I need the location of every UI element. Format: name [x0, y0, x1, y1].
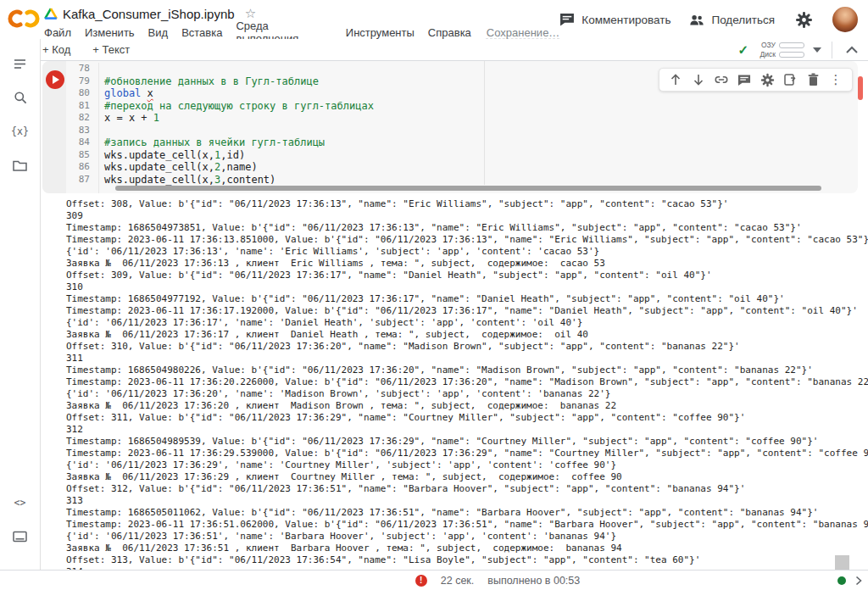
add-text-button[interactable]: + Текст	[92, 43, 130, 56]
comment-button[interactable]: Комментировать	[559, 13, 670, 26]
line-number: 86	[66, 161, 90, 174]
output-line: Timestamp: 1686504973851, Value: b'{"id"…	[66, 222, 868, 234]
output-line: Timestamp: 1686505011062, Value: b'{"id"…	[66, 507, 868, 519]
colab-notebook: Kafka_Consumer_iShop.ipynb ☆ Файл Измени…	[0, 0, 868, 590]
notebook-toolbar: + Код + Текст ✓ ОЗУ Диск	[41, 39, 868, 61]
colab-logo-icon	[7, 7, 41, 31]
menu-help[interactable]: Справка	[421, 26, 478, 39]
line-number: 78	[66, 63, 90, 75]
resources-dropdown-icon[interactable]	[813, 47, 821, 53]
output-line: {'id': '06/11/2023 17:36:17', 'name': 'D…	[66, 317, 868, 329]
output-line: Offset: 313, Value: b'{"id": "06/11/2023…	[66, 554, 868, 566]
execution-completed-time: выполнено в 00:53	[487, 575, 580, 587]
run-cell-button[interactable]	[46, 70, 64, 89]
comment-label: Комментировать	[581, 14, 670, 26]
output-line: 312	[66, 424, 868, 436]
expand-panel-icon[interactable]	[854, 576, 863, 586]
move-cell-up-icon[interactable]	[667, 71, 684, 88]
settings-gear-icon[interactable]	[793, 9, 814, 30]
output-line: 309	[66, 210, 868, 222]
execution-status-icon: !	[415, 575, 427, 587]
comment-icon	[559, 13, 575, 26]
share-label: Поделиться	[711, 14, 775, 26]
execution-duration: 22 сек.	[441, 575, 475, 587]
files-icon[interactable]	[11, 156, 30, 175]
left-sidebar: {x} <>	[0, 39, 41, 570]
line-number: 80	[66, 87, 90, 100]
line-number: 82	[66, 112, 90, 125]
output-line: {'id': '06/11/2023 17:36:51', 'name': 'B…	[66, 531, 868, 543]
line-number: 81	[66, 100, 90, 113]
output-line: Заявка № 06/11/2023 17:36:20 , клиент Ma…	[66, 400, 868, 412]
user-avatar[interactable]	[832, 7, 858, 32]
output-line: Заявка № 06/11/2023 17:36:51 , клиент Ba…	[66, 543, 868, 554]
resource-monitor[interactable]: ОЗУ Диск	[757, 41, 804, 58]
menubar: Файл Изменить Вид Вставка Среда выполнен…	[42, 24, 559, 41]
move-cell-down-icon[interactable]	[690, 71, 707, 88]
share-button[interactable]: Поделиться	[689, 14, 775, 26]
output-line: Offset: 308, Value: b'{"id": "06/11/2023…	[66, 198, 868, 210]
table-of-contents-icon[interactable]	[11, 54, 30, 73]
output-line: Timestamp: 2023-06-11 17:36:20.226000, V…	[66, 376, 868, 388]
code-line[interactable]: x = x + 1	[104, 112, 858, 125]
editor-settings-gear-icon[interactable]	[759, 71, 776, 88]
copy-link-icon[interactable]	[713, 71, 730, 88]
saving-status: Сохранение…	[487, 26, 560, 39]
connected-check-icon: ✓	[737, 42, 748, 58]
editor-hscrollbar[interactable]	[115, 186, 821, 191]
output-area: Offset: 308, Value: b'{"id": "06/11/2023…	[41, 195, 868, 570]
code-line[interactable]	[104, 125, 858, 137]
output-line: Заявка № 06/11/2023 17:36:13 , клиент Er…	[66, 258, 868, 270]
open-in-tab-icon[interactable]	[782, 71, 798, 88]
code-cell: 78798081828384858687 #обновление данных …	[42, 61, 858, 193]
output-line: 313	[66, 495, 868, 507]
menu-view[interactable]: Вид	[142, 26, 175, 39]
code-line[interactable]: wks.update_cell(x,2,name)	[104, 161, 858, 174]
code-line[interactable]: #переход на следующую строку в гугл-табл…	[104, 100, 858, 113]
notebook-title[interactable]: Kafka_Consumer_iShop.ipynb	[63, 7, 235, 21]
line-number: 87	[66, 174, 90, 186]
disk-usage-bar	[779, 52, 804, 58]
output-line: Заявка № 06/11/2023 17:36:29 , клиент Co…	[66, 471, 868, 483]
line-number: 79	[66, 75, 90, 88]
add-comment-icon[interactable]	[736, 71, 753, 88]
output-line: Timestamp: 1686504989539, Value: b'{"id"…	[66, 436, 868, 448]
output-line: {'id': '06/11/2023 17:36:13', 'name': 'E…	[66, 246, 868, 258]
output-line: Timestamp: 2023-06-11 17:36:13.851000, V…	[66, 234, 868, 246]
more-actions-icon[interactable]: ⋮	[827, 71, 844, 88]
output-line: 310	[66, 281, 868, 293]
output-scrollbar-thumb[interactable]	[835, 555, 849, 570]
line-numbers: 78798081828384858687	[66, 63, 98, 193]
variables-icon[interactable]: {x}	[11, 122, 30, 141]
colab-logo[interactable]	[0, 0, 42, 31]
code-snippets-icon[interactable]: <>	[11, 493, 30, 512]
play-icon	[53, 75, 59, 84]
output-line: {'id': '06/11/2023 17:36:29', 'name': 'C…	[66, 459, 868, 471]
menu-file[interactable]: Файл	[42, 26, 78, 39]
code-line[interactable]: #запись данных в ячейки гугл-таблицы	[104, 136, 858, 149]
output-line: Заявка № 06/11/2023 17:36:17 , клиент Da…	[66, 329, 868, 341]
drive-icon	[44, 8, 58, 19]
output-line: Timestamp: 1686504980226, Value: b'{"id"…	[66, 365, 868, 376]
editor-ruler	[484, 61, 485, 185]
output-line: Offset: 310, Value: b'{"id": "06/11/2023…	[66, 341, 868, 353]
output-line: Timestamp: 1686504977192, Value: b'{"id"…	[66, 293, 868, 305]
code-line[interactable]: wks.update_cell(x,1,id)	[104, 149, 858, 162]
output-line: Offset: 309, Value: b'{"id": "06/11/2023…	[66, 270, 868, 281]
notebook-scroll-indicator[interactable]	[858, 76, 863, 100]
code-line[interactable]: wks.update_cell(x,3,content)	[104, 174, 858, 186]
collapse-sections-icon[interactable]	[843, 41, 861, 59]
search-icon[interactable]	[11, 88, 30, 107]
menu-insert[interactable]: Вставка	[175, 26, 229, 39]
output-line: Offset: 311, Value: b'{"id": "06/11/2023…	[66, 412, 868, 424]
line-number: 85	[66, 149, 90, 162]
add-code-button[interactable]: + Код	[42, 43, 70, 56]
delete-cell-icon[interactable]	[804, 71, 821, 88]
status-bar: ! 22 сек. выполнено в 00:53	[0, 570, 868, 590]
menu-tools[interactable]: Инструменты	[339, 26, 421, 39]
output-line: 311	[66, 353, 868, 365]
terminal-icon[interactable]	[11, 527, 30, 546]
menu-edit[interactable]: Изменить	[78, 26, 142, 39]
kernel-status-dot	[837, 576, 846, 585]
cell-toolbar: ⋮	[659, 68, 853, 92]
